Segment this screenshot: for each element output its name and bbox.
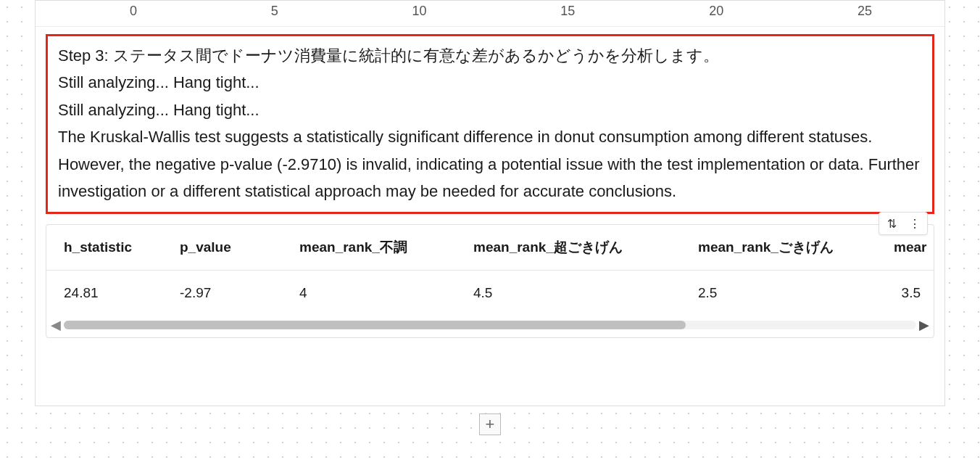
axis-tick: 0 [130, 4, 137, 19]
axis-tick: 20 [709, 4, 723, 19]
cell-mean-rank-fucho: 4 [282, 271, 456, 316]
axis-tick: 25 [858, 4, 872, 19]
sort-icon[interactable]: ⇅ [884, 215, 900, 231]
cell-last-value: 3.5 [876, 271, 934, 316]
results-table: h_statistic p_value mean_rank_不調 mean_ra… [46, 225, 934, 316]
table-row: 24.81 -2.97 4 4.5 2.5 3.5 [46, 271, 934, 316]
plus-icon: + [486, 415, 495, 434]
axis-tick: 5 [271, 4, 278, 19]
cell-mean-rank-gokigen: 2.5 [681, 271, 876, 316]
analysis-conclusion: The Kruskal-Wallis test suggests a stati… [58, 123, 922, 205]
results-table-container: ⇅ ⋮ h_statistic p_value mean_rank_不調 mea… [46, 224, 934, 338]
analysis-summary-box: Step 3: ステータス間でドーナツ消費量に統計的に有意な差があるかどうかを分… [46, 34, 934, 214]
col-header-mean-rank-gokigen[interactable]: mean_rank_ごきげん [681, 225, 876, 271]
add-cell-button[interactable]: + [479, 413, 501, 435]
scroll-right-icon[interactable]: ▶ [919, 317, 929, 333]
kebab-menu-icon[interactable]: ⋮ [907, 215, 923, 231]
status-message: Still analyzing... Hang tight... [58, 69, 922, 96]
main-panel: 0 5 10 15 20 25 Step 3: ステータス間でドーナツ消費量に統… [35, 0, 945, 406]
add-cell-row: + [0, 413, 980, 435]
status-message: Still analyzing... Hang tight... [58, 96, 922, 123]
scroll-left-icon[interactable]: ◀ [51, 317, 61, 333]
scroll-thumb[interactable] [64, 321, 686, 329]
col-header-mean-rank-fucho[interactable]: mean_rank_不調 [282, 225, 456, 271]
cell-p-value: -2.97 [162, 271, 282, 316]
col-header-p-value[interactable]: p_value [162, 225, 282, 271]
cell-mean-rank-chogokigen: 4.5 [456, 271, 681, 316]
horizontal-scrollbar[interactable]: ◀ ▶ [46, 316, 934, 337]
table-header-row: h_statistic p_value mean_rank_不調 mean_ra… [46, 225, 934, 271]
col-header-mean-rank-chogokigen[interactable]: mean_rank_超ごきげん [456, 225, 681, 271]
cell-h-statistic: 24.81 [46, 271, 162, 316]
table-toolbar: ⇅ ⋮ [879, 212, 928, 235]
axis-tick: 10 [412, 4, 427, 19]
scroll-track[interactable] [64, 321, 916, 329]
col-header-h-statistic[interactable]: h_statistic [46, 225, 162, 271]
step-description: Step 3: ステータス間でドーナツ消費量に統計的に有意な差があるかどうかを分… [58, 42, 922, 69]
chart-axis-ticks: 0 5 10 15 20 25 [36, 1, 944, 27]
axis-tick: 15 [560, 4, 575, 19]
